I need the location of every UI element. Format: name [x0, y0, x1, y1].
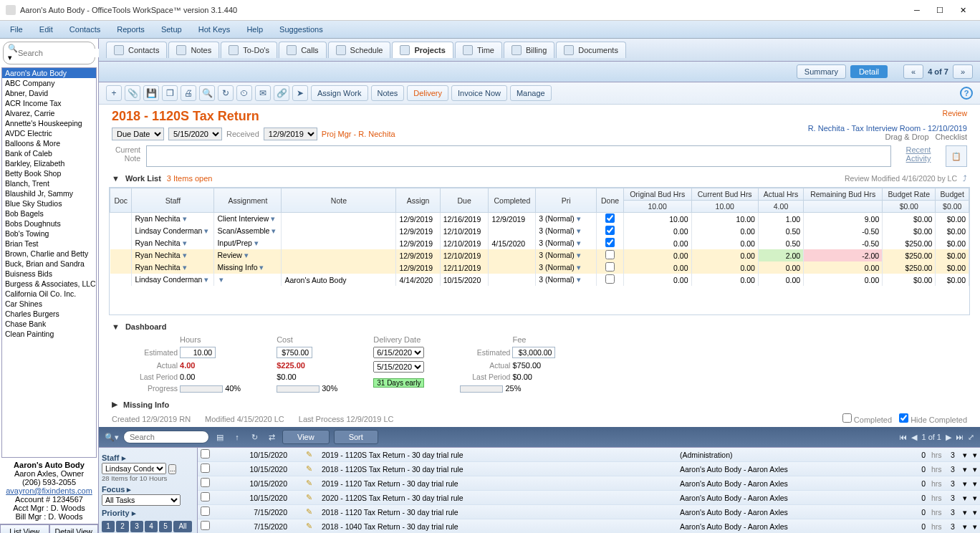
due-date-select[interactable]: 5/15/2020	[168, 128, 222, 140]
task-up-icon[interactable]: ↑	[231, 431, 244, 443]
prev-page-button[interactable]: «	[903, 64, 923, 79]
link-icon[interactable]: 🔗	[274, 85, 289, 101]
summary-button[interactable]: Summary	[797, 64, 846, 79]
attach-icon[interactable]: 📎	[125, 85, 140, 101]
hours-est[interactable]: 10.00	[180, 347, 216, 358]
completed-checkbox[interactable]	[842, 413, 852, 423]
invoice-button[interactable]: Invoice Now	[451, 85, 507, 101]
task-swap-icon[interactable]: ⇄	[265, 431, 278, 443]
col-done[interactable]: Done	[597, 188, 624, 213]
menu-reports[interactable]: Reports	[110, 23, 152, 36]
cost-est[interactable]: $750.00	[277, 347, 312, 358]
client-item[interactable]: Brian Test	[2, 239, 96, 249]
client-item[interactable]: Bob's Towing	[2, 229, 96, 239]
task-row[interactable]: 10/15/2020✎2019 - 1120S Tax Return - 30 …	[198, 448, 980, 462]
worklist-row[interactable]: Ryan Nechita▾Client Interview▾12/9/20191…	[110, 213, 969, 226]
worklist-row[interactable]: Ryan Nechita▾Missing Info▾12/9/201912/11…	[110, 261, 969, 274]
client-item[interactable]: ABC Company	[2, 78, 96, 88]
client-item[interactable]: Chase Bank	[2, 319, 96, 329]
client-item[interactable]: Clean Painting	[2, 329, 96, 339]
task-first-icon[interactable]: ⏮	[899, 433, 907, 441]
col-completed[interactable]: Completed	[489, 188, 536, 213]
staff-select[interactable]: Lindsay Conderman	[102, 463, 166, 474]
tab-schedule[interactable]: Schedule	[328, 42, 391, 58]
col-staff[interactable]: Staff	[132, 188, 214, 213]
fee-est[interactable]: $3,000.00	[512, 347, 555, 358]
col-curr[interactable]: Current Bud Hrs	[691, 188, 758, 201]
task-checkbox[interactable]	[201, 492, 210, 501]
pri-2[interactable]: 2	[116, 521, 129, 532]
done-checkbox[interactable]	[605, 213, 615, 223]
client-item[interactable]: Betty Book Shop	[2, 168, 96, 178]
focus-select[interactable]: All Tasks	[102, 494, 181, 506]
tab-detail-view[interactable]: Detail View	[49, 524, 99, 533]
client-item[interactable]: California Oil Co. Inc.	[2, 289, 96, 299]
task-row[interactable]: 7/15/2020✎2018 - 1120 Tax Return - 30 da…	[198, 505, 980, 519]
delivery-date-1[interactable]: 6/15/2020	[373, 347, 424, 358]
client-item[interactable]: Abner, David	[2, 88, 96, 98]
maximize-button[interactable]: ☐	[928, 3, 951, 17]
tab-contacts[interactable]: Contacts	[106, 42, 167, 58]
task-next-icon[interactable]: ▶	[946, 433, 951, 442]
client-item[interactable]: Burgess & Associates, LLC	[2, 279, 96, 289]
done-checkbox[interactable]	[605, 250, 615, 259]
export-icon[interactable]: ⤴	[963, 174, 967, 183]
task-prev-icon[interactable]: ◀	[911, 433, 917, 442]
refresh-icon[interactable]: ↻	[218, 85, 234, 101]
task-refresh-icon[interactable]: ↻	[248, 431, 261, 443]
task-checkbox[interactable]	[201, 506, 210, 516]
menu-file[interactable]: File	[3, 23, 30, 36]
client-item[interactable]: Barkley, Elizabeth	[2, 158, 96, 168]
tab-projects[interactable]: Projects	[392, 42, 453, 58]
close-button[interactable]: ✕	[951, 3, 974, 17]
mail-icon[interactable]: ✉	[255, 85, 271, 101]
task-checkbox[interactable]	[201, 521, 210, 530]
recent-activity-link[interactable]: Recent Activity	[906, 145, 931, 163]
help-icon[interactable]: ?	[960, 87, 973, 100]
worklist-row[interactable]: Ryan Nechita▾Input/Prep▾12/9/201912/10/2…	[110, 237, 969, 249]
pri-3[interactable]: 3	[130, 521, 143, 532]
menu-setup[interactable]: Setup	[154, 23, 189, 36]
client-item[interactable]: Annette's Houskeeping	[2, 118, 96, 128]
search-tool-icon[interactable]: 🔍	[199, 85, 215, 101]
assign-work-button[interactable]: Assign Work	[311, 85, 368, 101]
task-checkbox[interactable]	[201, 464, 210, 473]
col-doc[interactable]: Doc	[110, 188, 132, 213]
done-checkbox[interactable]	[605, 226, 615, 235]
print-icon[interactable]: 🖨	[181, 85, 196, 101]
menu-help[interactable]: Help	[239, 23, 270, 36]
menu-edit[interactable]: Edit	[32, 23, 60, 36]
client-search[interactable]: 🔍▾	[3, 42, 95, 64]
missing-info-toggle[interactable]: ▶	[112, 400, 117, 409]
client-item[interactable]: Charles Burgers	[2, 309, 96, 319]
staff-browse[interactable]: ...	[168, 464, 177, 474]
client-item[interactable]: Buck, Brian and Sandra	[2, 259, 96, 269]
task-checkbox[interactable]	[201, 449, 210, 458]
tab-list-view[interactable]: List View	[0, 524, 49, 533]
client-item[interactable]: Car Shines	[2, 299, 96, 309]
manage-button[interactable]: Manage	[510, 85, 552, 101]
task-last-icon[interactable]: ⏭	[956, 433, 964, 441]
tab-billing[interactable]: Billing	[504, 42, 554, 58]
client-item[interactable]: Bob Bagels	[2, 208, 96, 219]
next-page-button[interactable]: »	[953, 64, 973, 79]
tab-calls[interactable]: Calls	[279, 42, 326, 58]
sort-button[interactable]: Sort	[334, 430, 378, 444]
client-item[interactable]: Bobs Doughnuts	[2, 219, 96, 229]
checklist-icon[interactable]: 📋	[946, 145, 967, 167]
client-item[interactable]: Balloons & More	[2, 138, 96, 148]
done-checkbox[interactable]	[605, 274, 615, 284]
pri-all[interactable]: All	[173, 521, 192, 532]
client-item[interactable]: Brown, Charlie and Betty	[2, 249, 96, 259]
minimize-button[interactable]: ─	[905, 3, 928, 17]
tab-notes[interactable]: Notes	[168, 42, 219, 58]
delivery-button[interactable]: Delivery	[407, 85, 448, 101]
tab-documents[interactable]: Documents	[556, 42, 626, 58]
task-search[interactable]	[123, 431, 209, 443]
notes-button[interactable]: Notes	[371, 85, 405, 101]
client-item[interactable]: Blaushild Jr, Sammy	[2, 188, 96, 198]
worklist-row[interactable]: Lindsay Conderman▾▾Aaron's Auto Body4/14…	[110, 274, 969, 286]
client-item[interactable]: Aaron's Auto Body	[2, 68, 96, 78]
menu-suggestions[interactable]: Suggestions	[272, 23, 330, 36]
col-assignment[interactable]: Assignment	[214, 188, 282, 213]
